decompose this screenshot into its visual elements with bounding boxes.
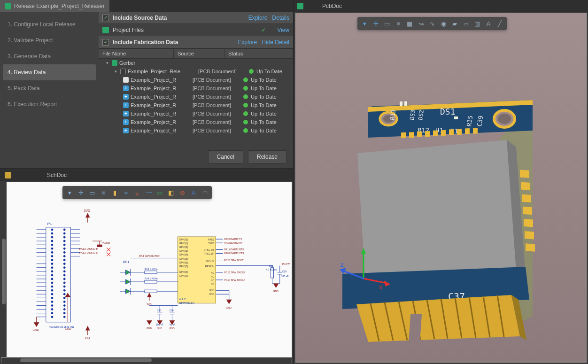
col-filename[interactable]: File Name — [99, 49, 174, 58]
gerber-file-icon — [123, 111, 129, 116]
gerber-file-icon — [123, 85, 129, 91]
file-tree[interactable]: ▾ Gerber ▾ Example_Project_Rele [PCB Doc… — [99, 59, 293, 146]
svg-text:GPIO[4]: GPIO[4] — [179, 253, 188, 256]
svg-rect-223 — [526, 243, 535, 251]
step-configure[interactable]: 1. Configure Local Release — [3, 16, 96, 32]
source-checkbox[interactable]: ✓ — [102, 15, 109, 21]
net-gnd-6: GND — [226, 306, 232, 309]
tree-file[interactable]: Example_Project_R [PCB Document] Up To D… — [99, 118, 293, 126]
scrollbar-thumb[interactable] — [2, 239, 6, 304]
svg-text:RXD1: RXD1 — [208, 238, 215, 241]
svg-point-53 — [51, 267, 53, 269]
horizontal-scrollbar[interactable] — [1, 357, 292, 363]
step-review[interactable]: 4. Review Data — [3, 64, 96, 80]
file-name: Example_Project_R — [131, 119, 193, 125]
project-files-label: Project Files — [113, 27, 261, 33]
step-pack[interactable]: 5. Pack Data — [3, 80, 96, 96]
svg-text:DS2: DS2 — [417, 109, 425, 120]
svg-rect-218 — [521, 182, 530, 190]
svg-text:PC15 SPW BOOT: PC15 SPW BOOT — [224, 259, 244, 262]
svg-rect-85 — [97, 245, 102, 247]
folder-label: Gerber — [119, 60, 190, 66]
val-r15: 4.7 KOhm — [266, 268, 277, 271]
ref-c39: C39 — [282, 270, 286, 273]
tree-file[interactable]: Example_Project_R [PCB Document] Up To D… — [99, 76, 293, 84]
svg-point-189 — [498, 114, 511, 124]
pcb-3d-canvas[interactable]: ▾ ✛ ▭ ≡ ▦ ↝ ∿ ◉ ▰ ▱ ▥ A ╱ — [295, 13, 587, 363]
ref-p1: P1 — [47, 222, 52, 226]
net-pa12-dn: PA12 USB D N — [79, 251, 99, 254]
cancel-button[interactable]: Cancel — [208, 150, 243, 163]
status-dot-icon — [243, 120, 248, 124]
tree-file[interactable]: Example_Project_R [PCB Document] Up To D… — [99, 93, 293, 101]
net-gnd-4: GND — [157, 327, 162, 330]
col-status[interactable]: Status — [224, 49, 293, 58]
svg-text:DS1: DS1 — [440, 107, 456, 116]
fab-hide-link[interactable]: Hide Detail — [262, 39, 289, 46]
svg-point-35 — [51, 232, 53, 234]
svg-text:z: z — [340, 261, 344, 268]
sch-tab[interactable]: SchDoc — [0, 169, 71, 181]
svg-marker-95 — [125, 270, 130, 275]
step-execution[interactable]: 6. Execution Report — [3, 96, 96, 112]
tree-file[interactable]: Example_Project_R [PCB Document] Up To D… — [99, 101, 293, 109]
schematic-canvas[interactable]: ▾ ✛ ▭ ≡ ▮ ≈ ⏚ 〰 ▭ ◧ ⊘ A ◠ — [1, 182, 292, 363]
svg-rect-213 — [473, 128, 478, 133]
svg-point-66 — [63, 289, 65, 291]
ref-r14: R14 1 KOhm — [145, 277, 158, 280]
collapse-icon[interactable]: ▾ — [106, 61, 111, 65]
status-dot-icon — [249, 69, 254, 74]
svg-text:NC: NC — [211, 283, 215, 286]
project-files-view-link[interactable]: View — [277, 27, 289, 33]
col-source[interactable]: Source — [174, 49, 224, 58]
svg-rect-236 — [409, 314, 422, 341]
val-u1: SPWF01SA — [179, 302, 195, 304]
sch-tab-label: SchDoc — [47, 172, 67, 178]
vertical-scrollbar[interactable] — [1, 182, 7, 357]
pcb-tab[interactable]: PcbDoc — [294, 0, 347, 12]
file-name: Example_Project_R — [131, 102, 193, 108]
pcb-tab-label: PcbDoc — [322, 3, 342, 9]
release-button[interactable]: Release — [248, 150, 286, 163]
svg-point-49 — [51, 259, 53, 261]
release-steps: 1. Configure Local Release 2. Validate P… — [0, 12, 99, 168]
fab-explore-link[interactable]: Explore — [238, 39, 257, 46]
project-files-icon — [102, 27, 109, 33]
tree-file[interactable]: ▾ Example_Project_Rele [PCB Document] Up… — [99, 67, 293, 76]
svg-point-46 — [63, 251, 65, 253]
tree-folder-gerber[interactable]: ▾ Gerber — [99, 59, 293, 67]
gerber-file-icon — [123, 102, 129, 108]
collapse-icon[interactable]: ▾ — [115, 69, 119, 74]
file-name: Example_Project_Rele — [128, 69, 198, 74]
project-files-row[interactable]: Project Files ✓ View — [99, 24, 293, 36]
svg-point-60 — [63, 278, 65, 280]
tree-file[interactable]: Example_Project_R [PCB Document] Up To D… — [99, 126, 293, 135]
release-tab[interactable]: Release Example_Project_Releaser — [0, 0, 109, 12]
pcb-3d-render: R13 DS3 DS2 DS1 R12 U1 R14 R15 C39 — [295, 13, 587, 363]
tree-file[interactable]: Example_Project_R [PCB Document] Up To D… — [99, 109, 293, 118]
source-explore-link[interactable]: Explore — [248, 15, 268, 21]
status-dot-icon — [243, 94, 248, 99]
fab-checkbox[interactable]: ✓ — [102, 39, 109, 46]
release-buttons: Cancel Release — [99, 146, 293, 168]
svg-text:GPIO[5]: GPIO[5] — [179, 257, 188, 260]
svg-point-45 — [51, 251, 53, 253]
gerber-file-icon — [123, 94, 129, 100]
svg-marker-214 — [357, 140, 516, 276]
file-name: Example_Project_R — [131, 111, 193, 116]
svg-text:GPIO[1]: GPIO[1] — [179, 242, 188, 245]
conn-part: PC1cMini-CN-25-M-R52 — [49, 325, 75, 328]
folder-icon — [112, 60, 117, 66]
svg-marker-170 — [227, 300, 232, 303]
file-status: Up To Date — [243, 94, 277, 100]
file-status: Up To Date — [243, 128, 277, 133]
net-pc3: PC3 WI — [282, 263, 290, 265]
svg-point-77 — [51, 312, 53, 314]
source-details-link[interactable]: Details — [272, 15, 289, 21]
step-validate[interactable]: 2. Validate Project — [3, 32, 96, 48]
svg-point-79 — [51, 316, 53, 318]
step-generate[interactable]: 3. Generate Data — [3, 48, 96, 64]
scrollbar-thumb[interactable] — [20, 358, 152, 362]
net-gnd-3: GND — [147, 327, 152, 330]
tree-file[interactable]: Example_Project_R [PCB Document] Up To D… — [99, 84, 293, 93]
